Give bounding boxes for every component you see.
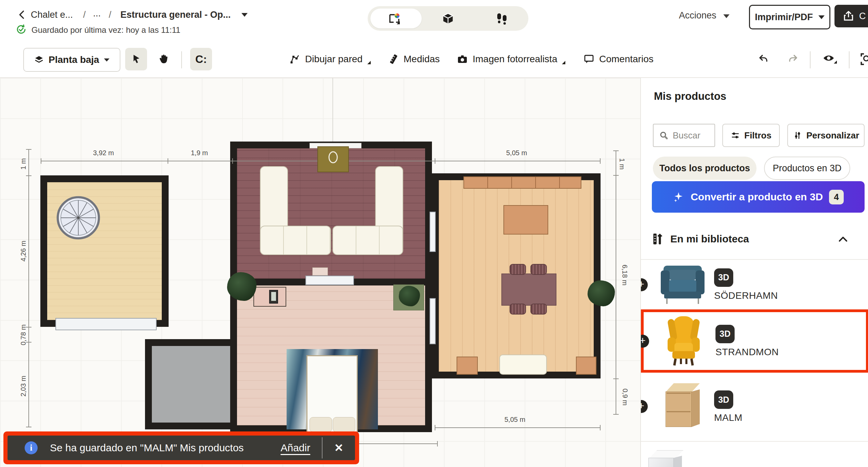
dim-line-left (28, 149, 29, 427)
add-product-button[interactable]: + (640, 400, 648, 413)
product-image-malm (663, 381, 705, 432)
plant-kitchen[interactable] (588, 280, 615, 306)
measures-button[interactable]: Medidas (386, 48, 442, 70)
draw-wall-submenu-icon (367, 61, 371, 64)
view-2d-plan-button[interactable] (368, 6, 421, 31)
dining-chair[interactable] (530, 264, 547, 275)
dim-top-1: 3,92 m (93, 149, 114, 157)
filters-label: Filtros (744, 130, 771, 141)
view-3d-button[interactable] (421, 6, 475, 31)
chip-3d-products[interactable]: Productos en 3D (764, 157, 850, 180)
floor-selector-label: Planta baja (49, 54, 99, 65)
bed[interactable] (306, 355, 358, 432)
dining-chair[interactable] (510, 264, 526, 275)
actions-button[interactable]: Acciones (679, 10, 716, 21)
draw-wall-button[interactable]: Dibujar pared (287, 48, 373, 70)
product-row-malm[interactable]: + 3D MALM (641, 373, 868, 441)
back-button[interactable] (17, 10, 27, 20)
product-name: SÖDERHAMN (714, 290, 778, 301)
window-hall[interactable] (55, 318, 157, 330)
comments-button[interactable]: Comentarios (581, 48, 656, 70)
product-name: STRANDMON (715, 347, 779, 358)
dim-bottom-3: 5,05 m (504, 416, 525, 424)
room-porch[interactable] (145, 339, 237, 429)
product-row-strandmon-highlighted[interactable]: + 3D STRANDMON (641, 309, 868, 373)
dresser[interactable] (253, 287, 286, 307)
select-tool-button[interactable] (125, 48, 147, 70)
draw-wall-label: Dibujar pared (305, 54, 363, 65)
share-button[interactable]: C (834, 5, 868, 27)
library-section-header[interactable]: En mi biblioteca (652, 231, 857, 247)
photorealistic-submenu-icon (562, 61, 565, 64)
breadcrumb-project[interactable]: Chalet e... (31, 10, 73, 20)
dim-left-4: 2,03 m (19, 376, 27, 397)
spiral-staircase[interactable] (56, 196, 100, 240)
photorealistic-button[interactable]: Imagen fotorrealista (455, 48, 567, 70)
dim-right-2: 6,18 m (621, 265, 629, 285)
chevron-up-icon[interactable] (838, 235, 848, 243)
library-tools-icon (652, 232, 663, 245)
convert-count-badge: 4 (829, 190, 843, 204)
breadcrumb-caret-icon[interactable] (241, 13, 248, 17)
toast-add-link[interactable]: Añadir (280, 442, 310, 454)
add-product-button[interactable]: + (640, 335, 649, 348)
kitchen-island[interactable] (503, 205, 548, 235)
breadcrumb-ellipsis[interactable]: ... (93, 8, 101, 19)
product-row-soderhamn[interactable]: + 3D SÖDERHAMN (641, 260, 868, 309)
sofa-left-seat[interactable] (260, 226, 331, 255)
visibility-button[interactable] (818, 48, 842, 70)
snap-magnet-button[interactable]: C: (190, 48, 212, 70)
search-icon (659, 131, 669, 140)
badge-3d: 3D (714, 390, 733, 409)
sparkle-icon (673, 191, 684, 203)
window-wall-1[interactable] (430, 212, 436, 252)
search-input[interactable]: Buscar (653, 124, 715, 147)
redo-button[interactable] (783, 48, 802, 70)
chip-all-products[interactable]: Todos los productos (653, 157, 757, 180)
customize-label: Personalizar (806, 130, 859, 141)
plant-bedroom[interactable] (399, 286, 420, 306)
actions-caret-icon[interactable] (723, 14, 729, 18)
filters-icon (731, 131, 740, 140)
pan-tool-button[interactable] (153, 48, 174, 70)
convert-3d-button[interactable]: Convertir a producto en 3D 4 (652, 181, 865, 213)
floor-selector[interactable]: Planta baja (23, 48, 120, 72)
layers-icon (34, 55, 44, 65)
plant-living[interactable] (227, 272, 257, 301)
magnet-icon: C: (195, 53, 207, 66)
saved-toast-highlighted: i Se ha guardado en "MALM" Mis productos… (3, 431, 359, 464)
dining-chair[interactable] (510, 304, 526, 315)
view-walkthrough-button[interactable] (475, 6, 528, 31)
customize-button[interactable]: Personalizar (787, 124, 865, 147)
share-icon (843, 10, 854, 22)
stove[interactable] (317, 146, 349, 172)
kitchen-counter[interactable] (463, 176, 581, 189)
customize-icon (793, 131, 802, 140)
toast-close-button[interactable]: ✕ (334, 441, 343, 454)
cursor-icon (131, 54, 141, 65)
pillow-left (310, 417, 332, 432)
console-item[interactable] (312, 267, 328, 276)
undo-button[interactable] (754, 48, 773, 70)
guide-line (332, 78, 333, 146)
print-pdf-button[interactable]: Imprimir/PDF (749, 5, 830, 29)
add-product-button[interactable]: + (640, 278, 648, 291)
toast-message: Se ha guardado en "MALM" Mis productos (50, 442, 244, 454)
cabinet-right[interactable] (576, 357, 596, 375)
filters-button[interactable]: Filtros (722, 124, 780, 147)
zoom-fit-button[interactable] (857, 48, 868, 70)
sofa-right-seat[interactable] (332, 226, 403, 255)
window-living-bedroom[interactable] (305, 276, 354, 285)
bench[interactable] (499, 355, 547, 375)
eye-icon (823, 53, 838, 65)
cabinet-left[interactable] (457, 357, 478, 375)
toast-divider (322, 437, 323, 458)
window-wall-2[interactable] (430, 298, 436, 344)
dining-table[interactable] (501, 273, 556, 306)
draw-wall-icon (289, 54, 300, 65)
measures-label: Medidas (404, 54, 440, 65)
product-row-malm-2[interactable]: MALM (641, 444, 868, 467)
floorplan-canvas[interactable]: 3,92 m 1,9 m 6,22 m 5,05 m 1 m 4,26 m 0,… (0, 78, 640, 467)
dining-chair[interactable] (530, 304, 547, 315)
floorplan-2d-icon (387, 12, 401, 25)
